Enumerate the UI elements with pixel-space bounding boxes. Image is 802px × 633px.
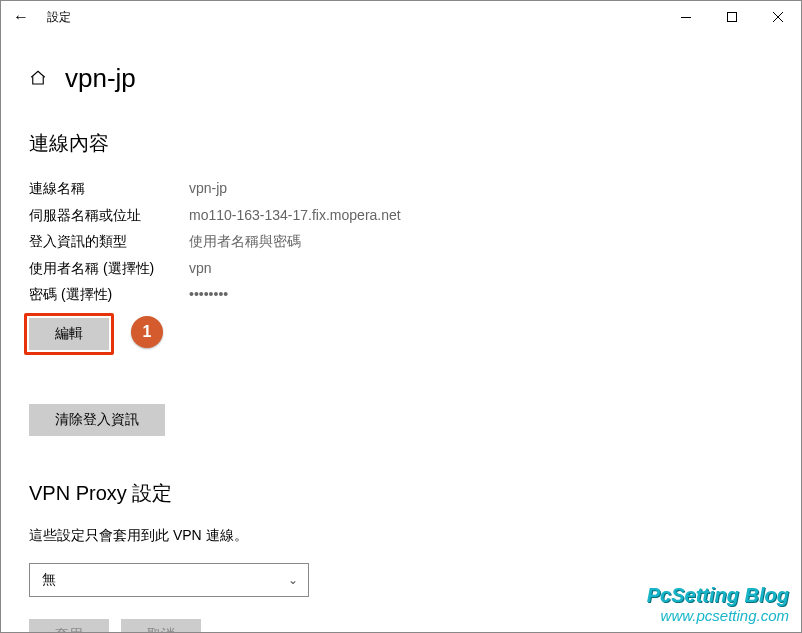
page-title: vpn-jp [65, 63, 136, 94]
clear-login-button[interactable]: 清除登入資訊 [29, 404, 165, 436]
watermark-url: www.pcsetting.com [647, 607, 789, 624]
window-titlebar: ← 設定 [1, 1, 801, 33]
edit-button-wrap: 編輯 1 [29, 318, 109, 350]
proxy-select-value: 無 [42, 571, 56, 589]
window-title: 設定 [47, 9, 71, 26]
page-content: vpn-jp 連線內容 連線名稱 vpn-jp 伺服器名稱或位址 mo110-1… [1, 33, 801, 633]
svg-rect-1 [728, 13, 737, 22]
close-button[interactable] [755, 1, 801, 33]
auth-type-row: 登入資訊的類型 使用者名稱與密碼 [29, 228, 773, 255]
server-value: mo110-163-134-17.fix.mopera.net [189, 202, 401, 229]
titlebar-left: ← 設定 [13, 9, 71, 26]
connection-name-value: vpn-jp [189, 175, 227, 202]
auth-type-label: 登入資訊的類型 [29, 228, 189, 255]
proxy-select[interactable]: 無 ⌄ [29, 563, 309, 597]
connection-name-label: 連線名稱 [29, 175, 189, 202]
auth-type-value: 使用者名稱與密碼 [189, 228, 301, 255]
annotation-badge: 1 [131, 316, 163, 348]
chevron-down-icon: ⌄ [288, 573, 298, 587]
proxy-description: 這些設定只會套用到此 VPN 連線。 [29, 527, 773, 545]
username-value: vpn [189, 255, 212, 282]
minimize-button[interactable] [663, 1, 709, 33]
svg-rect-0 [681, 17, 691, 18]
connection-name-row: 連線名稱 vpn-jp [29, 175, 773, 202]
edit-button[interactable]: 編輯 [29, 318, 109, 350]
server-label: 伺服器名稱或位址 [29, 202, 189, 229]
maximize-button[interactable] [709, 1, 755, 33]
server-row: 伺服器名稱或位址 mo110-163-134-17.fix.mopera.net [29, 202, 773, 229]
proxy-section-heading: VPN Proxy 設定 [29, 480, 773, 507]
username-row: 使用者名稱 (選擇性) vpn [29, 255, 773, 282]
apply-button[interactable]: 套用 [29, 619, 109, 633]
connection-section-heading: 連線內容 [29, 130, 773, 157]
home-icon[interactable] [29, 69, 47, 92]
watermark-title: PcSetting Blog [647, 584, 789, 607]
username-label: 使用者名稱 (選擇性) [29, 255, 189, 282]
cancel-button[interactable]: 取消 [121, 619, 201, 633]
window-controls [663, 1, 801, 33]
password-label: 密碼 (選擇性) [29, 281, 189, 308]
page-header: vpn-jp [29, 63, 773, 94]
back-icon[interactable]: ← [13, 9, 29, 25]
password-row: 密碼 (選擇性) •••••••• [29, 281, 773, 308]
password-value: •••••••• [189, 281, 228, 308]
watermark: PcSetting Blog www.pcsetting.com [647, 584, 789, 624]
